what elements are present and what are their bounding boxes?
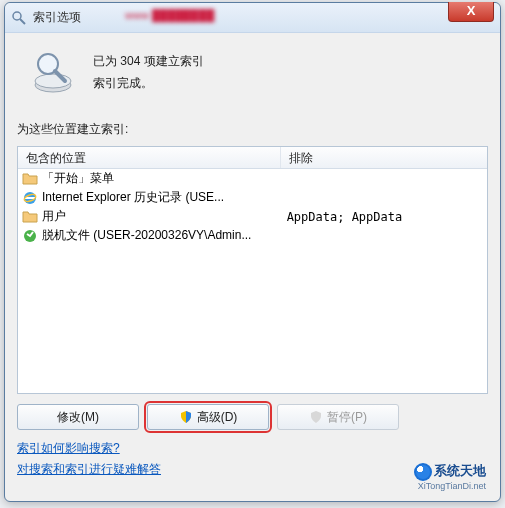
help-link-troubleshoot[interactable]: 对搜索和索引进行疑难解答 <box>17 461 161 478</box>
list-item[interactable]: Internet Explorer 历史记录 (USE... <box>18 188 487 207</box>
locations-label: 为这些位置建立索引: <box>17 121 488 138</box>
brand-icon <box>414 463 432 481</box>
close-button[interactable]: X <box>448 2 494 22</box>
pause-button: 暂停(P) <box>277 404 399 430</box>
list-item[interactable]: 用户 AppData; AppData <box>18 207 487 226</box>
list-body: 「开始」菜单 Internet Explorer 历史记录 (USE... 用户 <box>18 169 487 393</box>
indexing-icon <box>11 10 27 26</box>
item-label: 脱机文件 (USER-20200326VY\Admin... <box>42 227 251 244</box>
svg-point-0 <box>13 12 21 20</box>
watermark: 系统天地 XiTongTianDi.net <box>414 462 486 491</box>
status-text: 已为 304 项建立索引 索引完成。 <box>93 51 204 94</box>
window-title: 索引选项 <box>33 9 494 26</box>
item-label: Internet Explorer 历史记录 (USE... <box>42 189 224 206</box>
help-link-search[interactable]: 索引如何影响搜索? <box>17 440 120 457</box>
ie-icon <box>22 190 38 206</box>
offline-icon <box>22 228 38 244</box>
status-banner: 已为 304 项建立索引 索引完成。 <box>17 43 488 115</box>
folder-icon <box>22 171 38 187</box>
item-exclude: AppData; AppData <box>281 210 487 224</box>
locations-list[interactable]: 包含的位置 排除 「开始」菜单 Internet Explorer 历史记录 (… <box>17 146 488 394</box>
list-item[interactable]: 脱机文件 (USER-20200326VY\Admin... <box>18 226 487 245</box>
advanced-button[interactable]: 高级(D) <box>147 404 269 430</box>
blurred-text: www ████████ <box>125 9 214 21</box>
drive-search-icon <box>29 47 77 99</box>
content-area: 已为 304 项建立索引 索引完成。 为这些位置建立索引: 包含的位置 排除 「… <box>5 33 500 501</box>
modify-button[interactable]: 修改(M) <box>17 404 139 430</box>
index-complete-line: 索引完成。 <box>93 73 204 95</box>
item-label: 用户 <box>42 208 66 225</box>
svg-line-1 <box>20 19 25 24</box>
titlebar[interactable]: 索引选项 www ████████ X <box>5 3 500 33</box>
col-included[interactable]: 包含的位置 <box>18 147 281 168</box>
indexing-options-window: 索引选项 www ████████ X 已为 304 项建立索引 索引完成。 为… <box>4 2 501 502</box>
folder-icon <box>22 209 38 225</box>
list-item[interactable]: 「开始」菜单 <box>18 169 487 188</box>
col-excluded[interactable]: 排除 <box>281 147 487 168</box>
list-header[interactable]: 包含的位置 排除 <box>18 147 487 169</box>
button-row: 修改(M) 高级(D) 暂停(P) <box>17 404 488 430</box>
item-label: 「开始」菜单 <box>42 170 114 187</box>
shield-icon <box>179 410 193 424</box>
index-count-line: 已为 304 项建立索引 <box>93 51 204 73</box>
shield-icon <box>309 410 323 424</box>
